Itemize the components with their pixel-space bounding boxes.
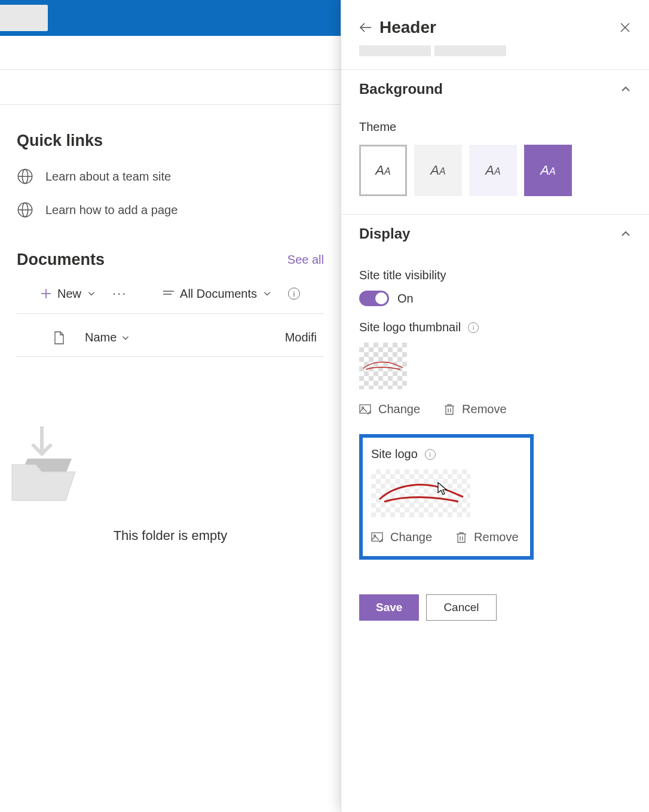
back-arrow-icon[interactable] (359, 21, 372, 34)
quick-link-label: Learn how to add a page (45, 203, 177, 217)
divider (0, 104, 341, 105)
site-logo-highlighted-section: Site logo i Change Remove (359, 434, 534, 560)
trash-icon (444, 404, 455, 416)
panel-title: Header (379, 18, 436, 37)
panel-footer: Save Cancel (341, 574, 649, 639)
theme-option-light[interactable]: AA (469, 145, 517, 196)
theme-option-white[interactable]: AA (359, 145, 407, 196)
view-label: All Documents (180, 287, 257, 301)
svg-rect-16 (360, 405, 371, 413)
remove-thumbnail-button[interactable]: Remove (444, 402, 506, 416)
change-logo-button[interactable]: Change (371, 530, 432, 544)
chevron-down-icon (263, 289, 271, 298)
info-icon[interactable]: i (425, 449, 436, 460)
car-logo-icon (362, 359, 405, 373)
quick-link-label: Learn about a team site (45, 170, 171, 184)
globe-icon (17, 168, 33, 185)
trash-icon (456, 532, 467, 544)
breadcrumb-placeholder (341, 45, 649, 69)
cancel-button[interactable]: Cancel (426, 594, 496, 621)
theme-option-purple[interactable]: AA (524, 145, 572, 196)
svg-rect-21 (372, 533, 382, 541)
chevron-up-icon (620, 84, 631, 94)
new-label: New (57, 287, 81, 301)
more-actions-button[interactable]: ··· (112, 286, 127, 301)
info-icon[interactable]: i (288, 288, 300, 300)
theme-option-gray[interactable]: AA (414, 145, 462, 196)
theme-options: AA AA AA AA (341, 141, 598, 214)
main-content: Quick links Learn about a team site Lear… (0, 36, 341, 812)
car-logo-icon (376, 480, 466, 506)
empty-folder-text: This folder is empty (0, 528, 341, 544)
see-all-link[interactable]: See all (287, 253, 324, 267)
site-logo-thumbnail-label: Site logo thumbnail i (359, 320, 631, 334)
display-section-title: Display (359, 225, 410, 242)
save-button[interactable]: Save (359, 594, 419, 621)
globe-icon (17, 202, 33, 218)
quick-link-item[interactable]: Learn about a team site (17, 168, 324, 185)
list-icon (163, 289, 174, 298)
new-button[interactable]: New (41, 287, 96, 301)
plus-icon (41, 288, 51, 299)
remove-logo-button[interactable]: Remove (456, 530, 518, 544)
column-name-header[interactable]: Name (85, 331, 130, 344)
site-logo-preview (371, 469, 470, 517)
empty-folder-icon (0, 423, 84, 512)
site-title-visibility-label: Site title visibility (359, 268, 631, 282)
chevron-down-icon (121, 334, 130, 342)
site-logo-label: Site logo i (371, 447, 522, 461)
file-icon (54, 331, 65, 344)
change-thumbnail-button[interactable]: Change (359, 402, 420, 416)
theme-label: Theme (341, 103, 649, 141)
empty-folder-state: This folder is empty (0, 357, 341, 544)
column-modified-header[interactable]: Modifi (285, 331, 317, 344)
image-edit-icon (371, 532, 383, 543)
view-selector[interactable]: All Documents (163, 287, 271, 301)
app-launcher-placeholder[interactable] (0, 5, 48, 31)
background-section-header[interactable]: Background (341, 69, 649, 103)
background-section-title: Background (359, 81, 443, 97)
chevron-up-icon (620, 228, 631, 239)
quick-links-title: Quick links (17, 132, 324, 150)
info-icon[interactable]: i (468, 322, 479, 333)
divider (0, 69, 341, 70)
quick-link-item[interactable]: Learn how to add a page (17, 202, 324, 218)
close-icon[interactable] (619, 22, 631, 33)
header-settings-panel: Header Background Theme AA AA AA AA Disp… (341, 0, 649, 812)
toggle-state-label: On (397, 292, 414, 306)
chevron-down-icon (87, 289, 96, 298)
site-title-visibility-toggle[interactable] (359, 291, 389, 306)
display-section-header[interactable]: Display (341, 214, 649, 248)
site-logo-thumbnail-preview (359, 343, 407, 389)
image-edit-icon (359, 404, 371, 415)
documents-title: Documents (17, 251, 105, 269)
